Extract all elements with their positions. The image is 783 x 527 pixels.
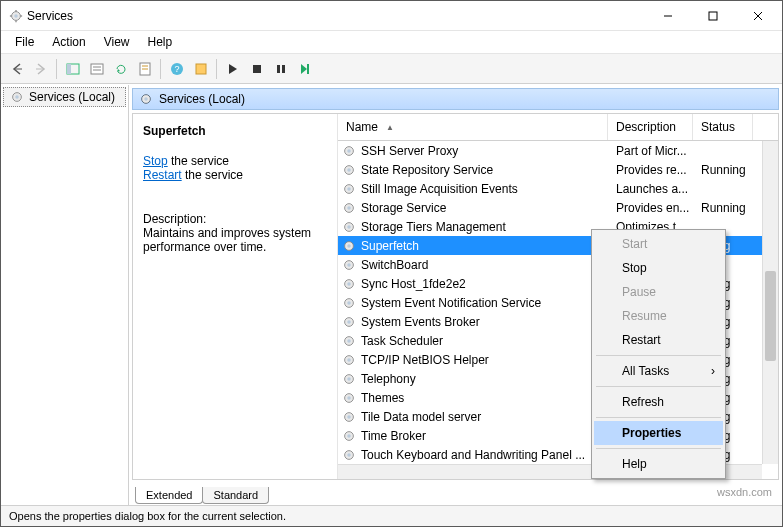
close-button[interactable]: [735, 2, 780, 30]
ctx-help[interactable]: Help: [594, 452, 723, 476]
ctx-separator: [596, 355, 721, 356]
window-title: Services: [23, 9, 645, 23]
table-row[interactable]: Storage ServiceProvides en...Running: [338, 198, 778, 217]
svg-rect-12: [91, 64, 103, 74]
scrollbar-thumb[interactable]: [765, 271, 776, 361]
forward-button[interactable]: [29, 57, 52, 80]
row-description: Provides re...: [608, 163, 693, 177]
svg-point-40: [347, 244, 351, 248]
svg-rect-7: [709, 12, 717, 20]
table-row[interactable]: Still Image Acquisition EventsLaunches a…: [338, 179, 778, 198]
arrow-left-icon: [10, 62, 24, 76]
gear-icon: [139, 92, 153, 106]
show-hide-tree-button[interactable]: [61, 57, 84, 80]
menubar: File Action View Help: [1, 31, 782, 54]
tree-root-label: Services (Local): [29, 90, 115, 104]
detail-pane: Superfetch Stop the service Restart the …: [133, 114, 338, 479]
export-list-button[interactable]: [85, 57, 108, 80]
ctx-stop[interactable]: Stop: [594, 256, 723, 280]
row-name: Superfetch: [361, 239, 419, 253]
detail-restart-line: Restart the service: [143, 168, 327, 182]
svg-point-36: [347, 206, 351, 210]
svg-point-38: [347, 225, 351, 229]
pause-service-button[interactable]: [269, 57, 292, 80]
stop-link[interactable]: Stop: [143, 154, 168, 168]
caption-text: Services (Local): [159, 92, 245, 106]
svg-rect-24: [307, 64, 309, 74]
row-name: SSH Server Proxy: [361, 144, 458, 158]
svg-point-1: [14, 14, 18, 18]
minimize-button[interactable]: [645, 2, 690, 30]
gear-icon: [342, 220, 356, 234]
gear-icon: [342, 429, 356, 443]
help-icon: ?: [170, 62, 184, 76]
help-button[interactable]: ?: [165, 57, 188, 80]
column-status[interactable]: Status: [693, 114, 753, 140]
ctx-properties[interactable]: Properties: [594, 421, 723, 445]
maximize-button[interactable]: [690, 2, 735, 30]
table-row[interactable]: SSH Server ProxyPart of Micr...: [338, 141, 778, 160]
gear-icon: [342, 258, 356, 272]
toolbar: ?: [1, 54, 782, 84]
ctx-separator: [596, 417, 721, 418]
ctx-all-tasks[interactable]: All Tasks: [594, 359, 723, 383]
arrow-right-icon: [34, 62, 48, 76]
tab-extended[interactable]: Extended: [135, 487, 203, 504]
row-description: Launches a...: [608, 182, 693, 196]
back-button[interactable]: [5, 57, 28, 80]
svg-point-46: [347, 301, 351, 305]
services-window: Services File Action View Help ?: [0, 0, 783, 527]
svg-rect-11: [67, 64, 71, 74]
detail-stop-line: Stop the service: [143, 154, 327, 168]
svg-point-28: [144, 97, 148, 101]
column-description[interactable]: Description: [608, 114, 693, 140]
refresh-button[interactable]: [109, 57, 132, 80]
gear-icon: [342, 144, 356, 158]
row-name: SwitchBoard: [361, 258, 428, 272]
tab-standard[interactable]: Standard: [202, 487, 269, 504]
app-icon: [9, 9, 23, 23]
table-row[interactable]: State Repository ServiceProvides re...Ru…: [338, 160, 778, 179]
properties-button[interactable]: [133, 57, 156, 80]
menu-view[interactable]: View: [96, 33, 138, 51]
gear-icon: [342, 239, 356, 253]
list-header: Name ▲ Description Status: [338, 114, 778, 141]
watermark: wsxdn.com: [717, 486, 772, 498]
list-icon: [90, 62, 104, 76]
row-description: Part of Micr...: [608, 144, 693, 158]
row-name: Still Image Acquisition Events: [361, 182, 518, 196]
gear-icon: [342, 296, 356, 310]
refresh-icon: [114, 62, 128, 76]
row-name: System Event Notification Service: [361, 296, 541, 310]
ctx-refresh[interactable]: Refresh: [594, 390, 723, 414]
menu-file[interactable]: File: [7, 33, 42, 51]
gear-icon: [342, 353, 356, 367]
row-status: Running: [693, 163, 753, 177]
restart-service-button[interactable]: [293, 57, 316, 80]
ctx-separator: [596, 448, 721, 449]
svg-point-56: [347, 396, 351, 400]
ctx-pause: Pause: [594, 280, 723, 304]
vertical-scrollbar[interactable]: [762, 141, 778, 464]
start-service-button[interactable]: [221, 57, 244, 80]
column-name[interactable]: Name ▲: [338, 114, 608, 140]
row-name: TCP/IP NetBIOS Helper: [361, 353, 489, 367]
statusbar: Opens the properties dialog box for the …: [1, 505, 782, 526]
menu-action[interactable]: Action: [44, 33, 93, 51]
restart-link[interactable]: Restart: [143, 168, 182, 182]
ctx-start: Start: [594, 232, 723, 256]
play-icon: [227, 63, 239, 75]
svg-point-48: [347, 320, 351, 324]
detail-service-name: Superfetch: [143, 124, 327, 138]
svg-rect-21: [253, 65, 261, 73]
tree-root-services-local[interactable]: Services (Local): [3, 87, 126, 107]
stop-service-button[interactable]: [245, 57, 268, 80]
svg-rect-23: [282, 65, 285, 73]
gear-icon: [342, 448, 356, 462]
help-topics-button[interactable]: [189, 57, 212, 80]
manual-icon: [194, 62, 208, 76]
row-name: Time Broker: [361, 429, 426, 443]
ctx-restart[interactable]: Restart: [594, 328, 723, 352]
menu-help[interactable]: Help: [140, 33, 181, 51]
restart-icon: [299, 63, 311, 75]
